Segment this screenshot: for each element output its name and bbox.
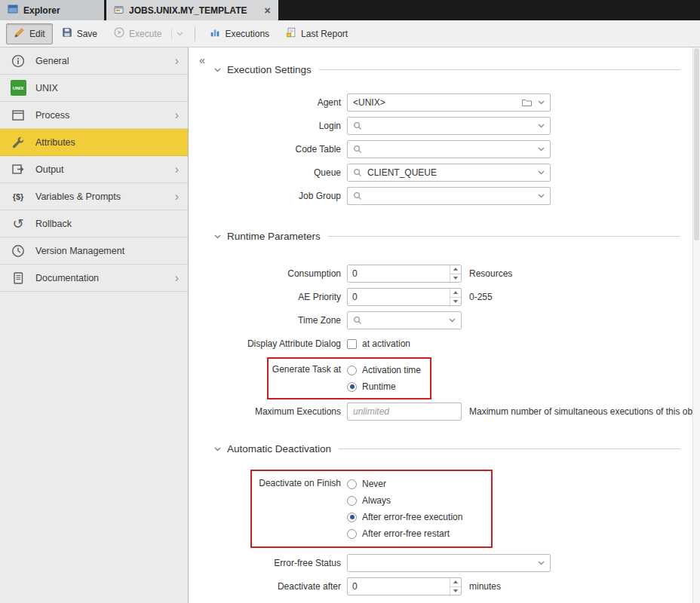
field-label: Error-free Status bbox=[214, 558, 347, 568]
attributes-panel: « Execution Settings Agent <UNIX> bbox=[189, 47, 700, 603]
at-activation-checkbox[interactable] bbox=[347, 339, 357, 349]
radio-after-error-free-execution[interactable]: After error-free execution bbox=[347, 509, 462, 525]
ae-priority-value[interactable] bbox=[348, 289, 450, 305]
radio-after-error-free-restart[interactable]: After error-free restart bbox=[347, 525, 462, 542]
chevron-down-icon[interactable] bbox=[538, 147, 545, 152]
edit-button[interactable]: Edit bbox=[6, 23, 53, 44]
spin-down-button[interactable] bbox=[450, 274, 461, 283]
sidebar-item-unix[interactable]: UNIX UNIX bbox=[0, 75, 188, 102]
spin-down-button[interactable] bbox=[450, 587, 461, 595]
section-title: Runtime Parameters bbox=[227, 231, 321, 242]
edit-button-label: Edit bbox=[29, 29, 45, 39]
radio-activation-time[interactable]: Activation time bbox=[347, 362, 421, 378]
search-icon bbox=[353, 168, 362, 177]
consumption-value[interactable] bbox=[348, 265, 450, 282]
explorer-icon bbox=[8, 4, 18, 17]
tab-explorer[interactable]: Explorer bbox=[0, 0, 104, 20]
login-combobox[interactable] bbox=[347, 117, 551, 135]
field-label: Deactivate after bbox=[214, 581, 347, 592]
spin-down-button[interactable] bbox=[450, 298, 461, 306]
spinner bbox=[450, 289, 461, 305]
attributes-form: Execution Settings Agent <UNIX> bbox=[189, 47, 700, 601]
save-button[interactable]: Save bbox=[54, 23, 105, 44]
variables-icon: {$} bbox=[9, 192, 27, 201]
sidebar-item-process[interactable]: Process › bbox=[0, 102, 188, 129]
radio-label: After error-free restart bbox=[362, 528, 450, 539]
time-zone-row: Time Zone bbox=[214, 311, 680, 329]
executions-button[interactable]: Executions bbox=[202, 23, 277, 44]
execute-icon bbox=[114, 27, 124, 40]
field-label: AE Priority bbox=[214, 292, 347, 302]
sidebar-item-version-management[interactable]: Version Management bbox=[0, 237, 188, 265]
time-zone-combobox[interactable] bbox=[347, 311, 462, 329]
spin-up-button[interactable] bbox=[450, 265, 461, 274]
code-table-combobox[interactable] bbox=[347, 140, 551, 158]
error-free-status-combobox[interactable] bbox=[347, 554, 551, 572]
deactivate-after-value[interactable] bbox=[348, 578, 450, 595]
document-icon bbox=[9, 271, 27, 285]
sidebar-item-label: Documentation bbox=[35, 273, 175, 283]
scrollbar-thumb[interactable] bbox=[694, 48, 699, 240]
toolbar-separator bbox=[195, 26, 195, 41]
collapse-section-icon[interactable] bbox=[214, 68, 221, 72]
chevron-down-icon[interactable] bbox=[538, 170, 545, 175]
radio-always[interactable]: Always bbox=[347, 492, 462, 509]
sidebar-item-attributes[interactable]: Attributes bbox=[0, 129, 188, 156]
spinner bbox=[450, 265, 461, 282]
job-group-combobox[interactable] bbox=[347, 187, 551, 205]
collapse-sidebar-icon[interactable]: « bbox=[199, 54, 205, 66]
collapse-section-icon[interactable] bbox=[214, 234, 221, 239]
chevron-right-icon: › bbox=[175, 164, 179, 176]
execute-dropdown-button[interactable] bbox=[171, 29, 188, 39]
execute-button[interactable]: Execute bbox=[106, 23, 169, 44]
maximum-executions-input[interactable] bbox=[347, 403, 462, 421]
spin-up-button[interactable] bbox=[450, 289, 461, 298]
vertical-scrollbar[interactable] bbox=[692, 47, 700, 603]
section-divider bbox=[319, 69, 680, 70]
field-suffix: 0-255 bbox=[469, 292, 493, 302]
tab-document-label: JOBS.UNIX.MY_TEMPLATE bbox=[129, 5, 247, 16]
chevron-down-icon[interactable] bbox=[538, 561, 545, 565]
sidebar-item-variables-prompts[interactable]: {$} Variables & Prompts › bbox=[0, 183, 188, 210]
field-label: Login bbox=[214, 121, 347, 131]
agent-combobox[interactable]: <UNIX> bbox=[347, 93, 551, 112]
execute-button-label: Execute bbox=[129, 29, 161, 39]
radio-icon bbox=[347, 529, 357, 539]
radio-label: Never bbox=[362, 479, 386, 489]
agent-row: Agent <UNIX> bbox=[214, 93, 680, 112]
chevron-down-icon[interactable] bbox=[538, 100, 545, 105]
radio-label: Runtime bbox=[362, 381, 396, 392]
executions-button-label: Executions bbox=[225, 29, 269, 39]
sidebar-item-documentation[interactable]: Documentation › bbox=[0, 265, 188, 292]
last-report-button[interactable]: Last Report bbox=[278, 23, 355, 44]
field-suffix: minutes bbox=[469, 581, 501, 592]
sidebar-item-rollback[interactable]: ↺ Rollback bbox=[0, 210, 188, 237]
queue-row: Queue CLIENT_QUEUE bbox=[214, 164, 680, 182]
field-label: Consumption bbox=[214, 268, 347, 279]
field-label: Display Attribute Dialog bbox=[214, 338, 347, 349]
radio-icon bbox=[347, 366, 357, 375]
radio-runtime[interactable]: Runtime bbox=[347, 378, 421, 395]
close-icon[interactable]: × bbox=[264, 5, 270, 16]
tab-document[interactable]: JOBS.UNIX.MY_TEMPLATE × bbox=[106, 0, 278, 20]
sidebar-item-output[interactable]: Output › bbox=[0, 156, 188, 183]
job-group-row: Job Group bbox=[214, 187, 680, 205]
spinner bbox=[450, 578, 461, 595]
chevron-down-icon[interactable] bbox=[449, 318, 456, 323]
queue-combobox[interactable]: CLIENT_QUEUE bbox=[347, 164, 551, 182]
bar-chart-icon bbox=[210, 27, 220, 40]
collapse-section-icon[interactable] bbox=[214, 447, 221, 451]
radio-never[interactable]: Never bbox=[347, 476, 462, 492]
deactivate-after-row: Deactivate after minutes bbox=[214, 577, 680, 595]
field-label: Queue bbox=[214, 167, 347, 178]
sidebar-item-label: Process bbox=[35, 110, 175, 121]
chevron-down-icon[interactable] bbox=[538, 194, 545, 198]
field-label: Code Table bbox=[214, 144, 347, 155]
sidebar-item-general[interactable]: General › bbox=[0, 47, 188, 75]
radio-icon bbox=[347, 479, 357, 489]
radio-icon-selected bbox=[347, 513, 357, 522]
chevron-down-icon[interactable] bbox=[538, 124, 545, 128]
folder-icon[interactable] bbox=[521, 98, 533, 107]
tab-bar: Explorer JOBS.UNIX.MY_TEMPLATE × bbox=[0, 0, 700, 20]
spin-up-button[interactable] bbox=[450, 578, 461, 587]
